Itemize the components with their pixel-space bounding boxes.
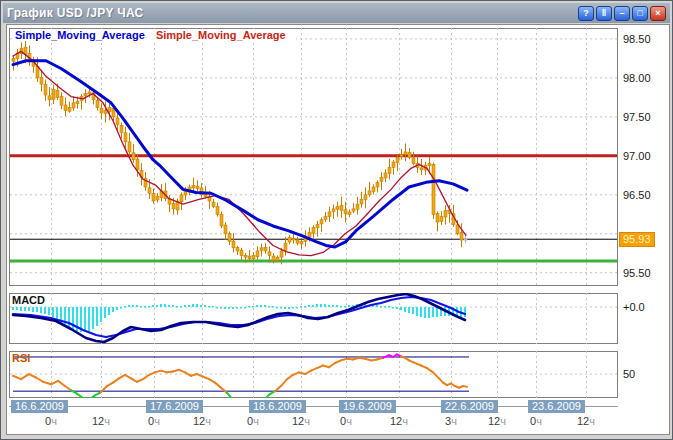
hour-label: 0ч — [521, 415, 551, 427]
date-label: 19.6.2009 — [339, 400, 396, 413]
date-label: 18.6.2009 — [249, 400, 306, 413]
price-axis-label: 97.00 — [623, 150, 667, 162]
price-axis-label: 96.50 — [623, 189, 667, 201]
macd-zero-label: +0.0 — [623, 301, 645, 313]
hour-label: 0ч — [331, 415, 361, 427]
hour-label: 12ч — [86, 415, 116, 427]
date-label: 23.6.2009 — [528, 400, 585, 413]
price-axis-label: 97.50 — [623, 111, 667, 123]
price-axis-label: 98.00 — [623, 72, 667, 84]
chart-canvas[interactable] — [9, 28, 618, 399]
help-button[interactable]: ? — [578, 6, 594, 21]
date-label: 22.6.2009 — [441, 400, 498, 413]
hour-label: 0ч — [36, 415, 66, 427]
window-title: График USD /JPY ЧАС — [7, 6, 144, 20]
price-axis-label: 98.50 — [623, 33, 667, 45]
legend-sma-fast: Simple_Moving_Average — [156, 29, 286, 41]
date-label: 16.6.2009 — [11, 400, 68, 413]
hour-label: 12ч — [571, 415, 601, 427]
hour-label: 12ч — [482, 415, 512, 427]
macd-panel-label: MACD — [12, 294, 45, 306]
chart-window: График USD /JPY ЧАС ?‖–□× Simple_Moving_… — [0, 0, 673, 440]
chart-legend: Simple_Moving_Average Simple_Moving_Aver… — [13, 29, 296, 41]
window-titlebar[interactable]: График USD /JPY ЧАС ?‖–□× — [3, 3, 670, 23]
pause-button[interactable]: ‖ — [596, 6, 612, 21]
titlebar-buttons: ?‖–□× — [576, 6, 666, 21]
chart-area: Simple_Moving_Average Simple_Moving_Aver… — [6, 24, 670, 435]
minimize-button[interactable]: – — [614, 6, 630, 21]
close-button[interactable]: × — [650, 6, 666, 21]
hour-label: 3ч — [436, 415, 466, 427]
x-axis-line — [9, 406, 618, 407]
date-label: 17.6.2009 — [146, 400, 203, 413]
hour-label: 12ч — [286, 415, 316, 427]
maximize-button[interactable]: □ — [632, 6, 648, 21]
hour-label: 0ч — [139, 415, 169, 427]
current-price-badge: 95.93 — [619, 232, 655, 247]
legend-sma-slow: Simple_Moving_Average — [15, 29, 145, 41]
price-axis-label: 95.50 — [623, 267, 667, 279]
rsi-mid-label: 50 — [623, 368, 635, 380]
hour-label: 12ч — [187, 415, 217, 427]
hour-label: 0ч — [238, 415, 268, 427]
hour-label: 12ч — [384, 415, 414, 427]
rsi-panel-label: RSI — [12, 352, 30, 364]
